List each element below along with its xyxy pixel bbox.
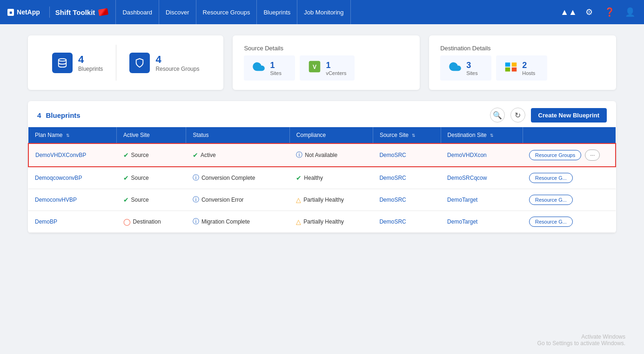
source-site-link[interactable]: DemoSRC bbox=[379, 152, 406, 158]
app-title: Shift Toolkit bbox=[55, 8, 108, 16]
plan-name-link[interactable]: DemoBP bbox=[35, 218, 57, 225]
ribbon-decoration bbox=[98, 8, 108, 16]
svg-rect-5 bbox=[505, 68, 510, 72]
destination-details-card: Destination Details 3 Sites bbox=[429, 35, 616, 90]
source-details-card: Source Details 1 Sites bbox=[233, 35, 420, 90]
source-site-link[interactable]: DemoSRC bbox=[379, 197, 406, 203]
warn-icon: △ bbox=[296, 218, 301, 225]
resource-groups-button[interactable]: Resource G... bbox=[529, 173, 573, 183]
blueprints-header: 4 Blueprints 🔍 ↻ Create New Blueprint bbox=[28, 101, 616, 127]
blueprints-label: Blueprints bbox=[78, 66, 103, 72]
active-site-badge: ✔ Source bbox=[123, 151, 149, 159]
main-nav: Dashboard Discover Resource Groups Bluep… bbox=[115, 0, 350, 24]
blueprints-title-text: Blueprints bbox=[46, 111, 80, 119]
status-badge: ⓘ Conversion Error bbox=[193, 196, 244, 204]
source-cloud-icon bbox=[252, 60, 265, 76]
col-source-site: Source Site ⇅ bbox=[373, 127, 441, 143]
blueprints-actions: 🔍 ↻ Create New Blueprint bbox=[490, 108, 607, 123]
nav-dashboard[interactable]: Dashboard bbox=[115, 0, 159, 24]
dest-hosts-label: Hosts bbox=[522, 70, 535, 76]
destination-details-title: Destination Details bbox=[440, 45, 605, 52]
nav-discover[interactable]: Discover bbox=[159, 0, 196, 24]
nav-blueprints[interactable]: Blueprints bbox=[257, 0, 297, 24]
info-icon: ⓘ bbox=[193, 218, 199, 226]
table-row: DemoconvHVBP ✔ Source ⓘ Conversion Error bbox=[28, 189, 616, 211]
check-icon: ✔ bbox=[193, 151, 198, 159]
logo-icon: ■ bbox=[7, 9, 14, 16]
cell-dest-site: DemoTarget bbox=[441, 211, 523, 233]
check-icon: ✔ bbox=[296, 174, 302, 182]
blueprints-count: 4 bbox=[78, 54, 103, 66]
vcenter-icon: V bbox=[308, 60, 321, 76]
blueprints-count: 4 bbox=[37, 111, 41, 119]
app-header: ■ NetApp Shift Toolkit Dashboard Discove… bbox=[0, 0, 644, 24]
cell-active-site: ✔ Source bbox=[117, 143, 186, 167]
cell-source-site: DemoSRC bbox=[373, 167, 441, 189]
user-icon[interactable]: 👤 bbox=[624, 6, 637, 19]
svg-text:V: V bbox=[313, 64, 317, 70]
blueprints-icon bbox=[52, 53, 73, 73]
resource-groups-button[interactable]: Resource G... bbox=[529, 217, 573, 227]
stats-row: 4 Blueprints 4 Resource Groups Source De… bbox=[28, 35, 616, 90]
table-row: DemoVHDXConvBP ✔ Source ✔ Active bbox=[28, 143, 616, 167]
cell-status: ⓘ Conversion Complete bbox=[186, 167, 289, 189]
dest-site-link[interactable]: DemoVHDXcon bbox=[447, 152, 487, 158]
blueprints-section: 4 Blueprints 🔍 ↻ Create New Blueprint Pl… bbox=[28, 101, 616, 233]
cell-active-site: ◯ Destination bbox=[117, 211, 186, 233]
warn-icon: △ bbox=[296, 196, 301, 204]
cell-dest-site: DemoVHDXcon bbox=[441, 143, 523, 167]
svg-point-0 bbox=[59, 58, 67, 61]
blueprints-table: Plan Name ⇅ Active Site Status Complianc… bbox=[28, 127, 616, 233]
plan-name-link[interactable]: DemoVHDXConvBP bbox=[35, 152, 86, 158]
dest-sites-item: 3 Sites bbox=[440, 55, 491, 81]
plan-name-link[interactable]: DemoconvHVBP bbox=[35, 197, 77, 203]
svg-rect-3 bbox=[505, 62, 510, 67]
dest-site-link[interactable]: DemoTarget bbox=[447, 197, 477, 203]
resource-groups-label: Resource Groups bbox=[155, 66, 199, 72]
svg-rect-4 bbox=[512, 62, 517, 67]
source-vcenters-label: vCenters bbox=[326, 70, 346, 76]
dest-site-link[interactable]: DemoSRCqcow bbox=[447, 175, 487, 181]
nav-resource-groups[interactable]: Resource Groups bbox=[196, 0, 257, 24]
status-badge: ⓘ Migration Complete bbox=[193, 218, 250, 226]
cell-active-site: ✔ Source bbox=[117, 167, 186, 189]
source-site-link[interactable]: DemoSRC bbox=[379, 218, 406, 225]
cell-compliance: △ Partially Healthy bbox=[289, 211, 373, 233]
resource-groups-button[interactable]: Resource G... bbox=[529, 195, 573, 205]
gear-icon[interactable]: ⚙ bbox=[583, 6, 596, 19]
more-actions-button[interactable]: ··· bbox=[585, 150, 600, 161]
blueprints-stat: 4 Blueprints bbox=[39, 45, 116, 81]
compliance-badge: △ Partially Healthy bbox=[296, 218, 344, 225]
cell-status: ⓘ Conversion Error bbox=[186, 189, 289, 211]
col-actions bbox=[523, 127, 616, 143]
nav-job-monitoring[interactable]: Job Monitoring bbox=[297, 0, 350, 24]
search-button[interactable]: 🔍 bbox=[490, 108, 505, 123]
row-action-cell: Resource G... bbox=[529, 195, 609, 205]
col-destination-site: Destination Site ⇅ bbox=[441, 127, 523, 143]
source-vcenters-count: 1 bbox=[326, 61, 346, 70]
help-icon[interactable]: ❓ bbox=[603, 6, 616, 19]
cell-plan-name: DemoconvHVBP bbox=[28, 189, 117, 211]
source-details-title: Source Details bbox=[244, 45, 409, 52]
cell-status: ⓘ Migration Complete bbox=[186, 211, 289, 233]
dest-hosts-count: 2 bbox=[522, 61, 535, 70]
create-blueprint-button[interactable]: Create New Blueprint bbox=[531, 108, 607, 123]
col-plan-name: Plan Name ⇅ bbox=[28, 127, 117, 143]
logo-text: NetApp bbox=[17, 8, 40, 16]
col-compliance: Compliance bbox=[289, 127, 373, 143]
source-sites-item: 1 Sites bbox=[244, 55, 295, 81]
source-site-link[interactable]: DemoSRC bbox=[379, 175, 406, 181]
info-icon: ⓘ bbox=[193, 196, 199, 204]
source-sites-count: 1 bbox=[270, 61, 281, 70]
cell-source-site: DemoSRC bbox=[373, 211, 441, 233]
table-row: DemoqcowconvBP ✔ Source ⓘ Conversion Com… bbox=[28, 167, 616, 189]
cell-row-actions: Resource G... bbox=[523, 211, 616, 233]
info-icon: ⓘ bbox=[193, 174, 199, 182]
refresh-button[interactable]: ↻ bbox=[510, 108, 525, 123]
bell-icon[interactable]: ▲▲ bbox=[562, 6, 575, 19]
check-icon: ✔ bbox=[123, 151, 129, 159]
resource-groups-button[interactable]: Resource Groups bbox=[529, 150, 581, 160]
dest-site-link[interactable]: DemoTarget bbox=[447, 218, 477, 225]
check-icon: ✔ bbox=[123, 174, 129, 182]
plan-name-link[interactable]: DemoqcowconvBP bbox=[35, 175, 82, 181]
